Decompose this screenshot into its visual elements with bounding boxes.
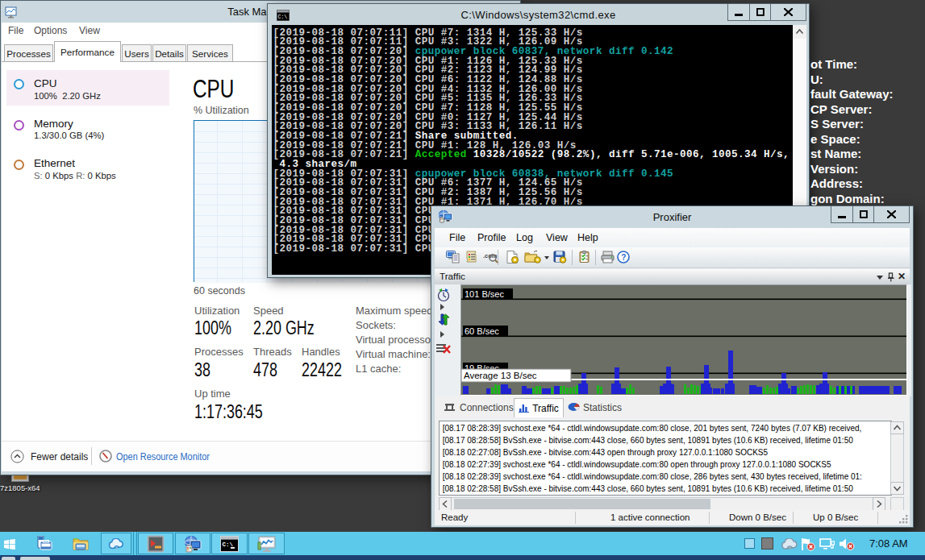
svg-text:60 B/sec: 60 B/sec	[465, 326, 499, 336]
svg-text:Average 13 B/sec: Average 13 B/sec	[464, 371, 537, 380]
svg-text:C:\: C:\	[278, 15, 288, 20]
svg-text:101 B/sec: 101 B/sec	[465, 289, 504, 299]
svg-text:C:\: C:\	[223, 541, 234, 548]
svg-text:?: ?	[621, 253, 626, 262]
